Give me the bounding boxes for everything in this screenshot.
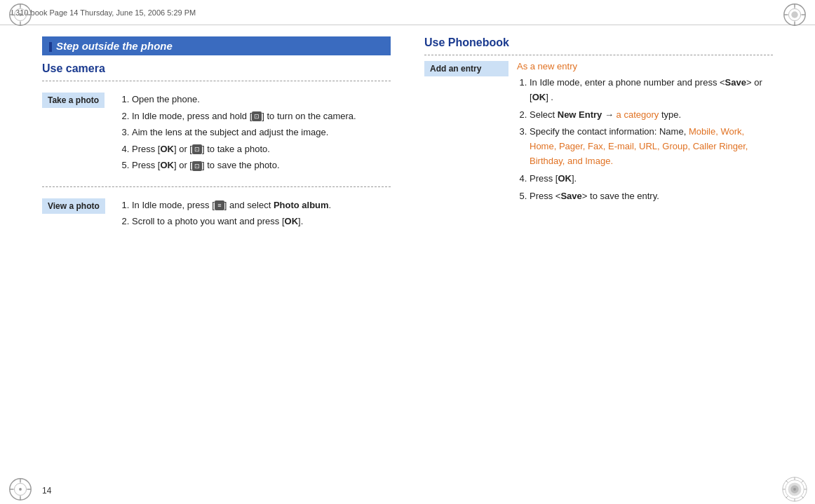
phonebook-steps: In Idle mode, enter a phone number and p… xyxy=(517,76,773,203)
view-photo-table: View a photo In Idle mode, press [≡] and… xyxy=(42,193,391,237)
left-column: Step outside the phone Use camera Take a… xyxy=(42,25,408,479)
take-photo-row: Take a photo Open the phone. In Idle mod… xyxy=(42,87,391,181)
svg-point-1 xyxy=(19,13,22,16)
take-photo-step-3: Aim the lens at the subject and adjust t… xyxy=(132,125,391,139)
header-bar: L310.book Page 14 Thursday, June 15, 200… xyxy=(0,0,815,25)
phonebook-step-4: Press [OK]. xyxy=(530,172,773,186)
camera-icon-3: ⊡ xyxy=(192,161,202,171)
view-photo-row: View a photo In Idle mode, press [≡] and… xyxy=(42,193,391,237)
svg-line-31 xyxy=(786,481,788,483)
view-photo-step-1: In Idle mode, press [≡] and select Photo… xyxy=(132,198,391,212)
take-photo-table: Take a photo Open the phone. In Idle mod… xyxy=(42,87,391,181)
content-area: Step outside the phone Use camera Take a… xyxy=(42,25,773,479)
take-photo-step-5: Press [OK] or [⊡] to save the photo. xyxy=(132,158,391,172)
phonebook-step-3: Specify the contact information: Name, M… xyxy=(530,125,773,168)
step-outside-header: Step outside the phone xyxy=(42,36,391,55)
corner-decoration-bl xyxy=(7,476,34,503)
svg-line-34 xyxy=(786,496,788,498)
camera-icon: ⊡ xyxy=(252,111,262,121)
phonebook-step-1: In Idle mode, enter a phone number and p… xyxy=(530,76,773,105)
view-photo-steps-list: In Idle mode, press [≡] and select Photo… xyxy=(119,198,391,229)
divider-after-phonebook-title xyxy=(424,55,773,55)
phonebook-steps-list: In Idle mode, enter a phone number and p… xyxy=(517,76,773,203)
divider-between-photo-sections xyxy=(42,186,391,187)
take-photo-steps-list: Open the phone. In Idle mode, press and … xyxy=(119,93,391,172)
svg-point-16 xyxy=(19,488,22,491)
corner-decoration-tr xyxy=(781,1,808,28)
add-entry-label: Add an entry xyxy=(424,61,508,76)
divider-after-camera-title xyxy=(42,81,391,81)
take-photo-label-cell: Take a photo xyxy=(42,87,119,181)
right-column: Use Phonebook Add an entry As a new entr… xyxy=(408,25,773,479)
view-photo-label-cell: View a photo xyxy=(42,193,119,237)
svg-point-14 xyxy=(791,11,798,18)
phonebook-step-5: Press <Save> to save the entry. xyxy=(530,189,773,204)
svg-point-26 xyxy=(793,488,796,491)
menu-icon: ≡ xyxy=(215,200,224,210)
view-photo-step-2: Scroll to a photo you want and press [OK… xyxy=(132,214,391,229)
svg-line-33 xyxy=(802,481,804,483)
take-photo-step-2: In Idle mode, press and hold [⊡] to turn… xyxy=(132,109,391,123)
phonebook-step-2: Select New Entry → a category type. xyxy=(530,108,773,123)
take-photo-step-4: Press [OK] or [⊡] to take a photo. xyxy=(132,142,391,156)
page-number: 14 xyxy=(42,486,51,496)
as-new-entry-label: As a new entry xyxy=(517,61,773,71)
corner-decoration-tl xyxy=(7,1,34,28)
add-entry-row: Add an entry As a new entry In Idle mode… xyxy=(424,61,773,206)
add-entry-content: As a new entry In Idle mode, enter a pho… xyxy=(508,61,773,206)
use-phonebook-title: Use Phonebook xyxy=(424,36,773,49)
use-camera-title: Use camera xyxy=(42,62,391,75)
svg-line-32 xyxy=(802,496,804,498)
take-photo-label: Take a photo xyxy=(42,93,105,108)
view-photo-label: View a photo xyxy=(42,198,105,214)
camera-icon-2: ⊡ xyxy=(192,144,202,154)
view-photo-steps: In Idle mode, press [≡] and select Photo… xyxy=(119,193,391,237)
header-text: L310.book Page 14 Thursday, June 15, 200… xyxy=(11,8,196,17)
take-photo-steps: Open the phone. In Idle mode, press and … xyxy=(119,87,391,181)
corner-decoration-br xyxy=(781,476,808,503)
take-photo-step-1: Open the phone. xyxy=(132,93,391,107)
